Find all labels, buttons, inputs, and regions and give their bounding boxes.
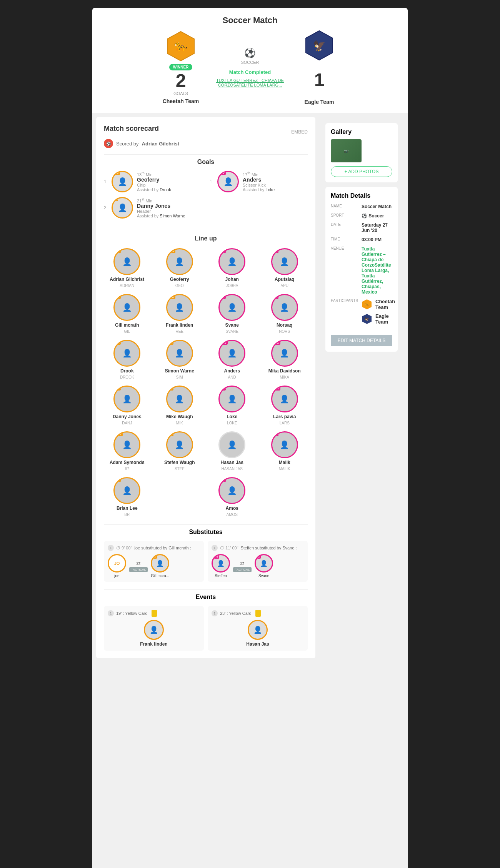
gallery-title: Gallery [331, 129, 392, 135]
participant-eagle: 🦅 Eagle Team [362, 313, 395, 325]
scorer-name: Adrian Gilchrist [142, 141, 180, 147]
scorer-icon: ⚽ [104, 139, 113, 148]
right-panel: Gallery 📷 + ADD PHOTOS Match Details NAM… [319, 117, 404, 658]
eagle-team-name: Eagle Team [305, 99, 334, 105]
player-loke: 23👤 Loke LOKE [209, 386, 255, 425]
scored-by: ⚽ Scored by Adrian Gilchrist [104, 139, 308, 148]
match-status: Match Completed [229, 69, 271, 75]
svg-text:🦅: 🦅 [313, 40, 326, 52]
events-section: Events 1 19' : Yellow Card 👤 [104, 594, 308, 651]
events-columns: 1 19' : Yellow Card 👤 Frank linden [104, 606, 308, 651]
scorecard-header: Match scorecard EMBED [104, 125, 308, 139]
sub-item-2: 1 ⏱ 11' 00" Steffen substituted by Svane… [208, 541, 308, 582]
lineup-title: Line up [104, 235, 308, 242]
cheetah-team-block: 🐆 WINNER 2 GOALS Cheetah Team [154, 31, 208, 104]
svg-text:🦅: 🦅 [365, 317, 370, 322]
player-danny: 35👤 Danny Jones DANJ [104, 386, 150, 425]
player-norsaq: 24👤 Norsaq NORS [262, 294, 308, 334]
player-brian: 56👤 Brian Lee BR [104, 477, 150, 517]
player-amos: 43👤 Amos AMOS [209, 477, 255, 517]
player-stefen: 63👤 Stefen Waugh STEF [157, 431, 203, 471]
player-mike: 13👤 Mike Waugh MIK [157, 386, 203, 425]
gallery-section: Gallery 📷 + ADD PHOTOS [325, 123, 398, 182]
player-mika: 232👤 Mika Davidson MIKA [262, 340, 308, 379]
lineup-grid: 48👤 Adrian Gilchrist ADRIAN 236👤 Geoferr… [104, 248, 308, 517]
match-details-section: Match Details NAME Soccer Match SPORT ⚽ … [325, 187, 398, 352]
cheetah-score: 2 [176, 70, 186, 91]
cheetah-hex: 🐆 [165, 31, 196, 62]
scorecard-title: Match scorecard [104, 125, 159, 133]
edit-match-button[interactable]: EDIT MATCH DETAILS [331, 335, 392, 346]
embed-button[interactable]: EMBED [291, 129, 308, 135]
soccer-ball-icon: ⚽ [244, 48, 256, 58]
hasan-event-avatar: 👤 [248, 620, 268, 640]
player-hasan: 👤 Hasan Jas HASAN JAS [209, 431, 255, 471]
svg-text:🐆: 🐆 [365, 302, 370, 307]
teams-row: 🐆 WINNER 2 GOALS Cheetah Team ⚽ Soccer M… [100, 30, 400, 105]
goal-item: 1 236 👤 13th Min Geoferry Chip Assisted … [104, 171, 202, 192]
sub-columns: 1 ⏱ 9' 00" joe substituted by Gill mcrat… [104, 541, 308, 582]
participant-cheetah: 🐆 Cheetah Team [362, 299, 395, 310]
yellow-card-icon [152, 610, 157, 617]
detail-date: DATE Saturday 27 Jun '20 [331, 222, 392, 233]
svg-text:🐆: 🐆 [174, 39, 188, 52]
detail-sport: SPORT ⚽ Soccer [331, 213, 392, 219]
sub-item-1: 1 ⏱ 9' 00" joe substituted by Gill mcrat… [104, 541, 204, 582]
player-adrian: 48👤 Adrian Gilchrist ADRIAN [104, 248, 150, 288]
eagle-score: 1 [314, 69, 325, 90]
yellow-card-icon-2 [255, 610, 261, 617]
player-drook: 38👤 Drook DROOK [104, 340, 150, 379]
main-content: Match scorecard EMBED ⚽ Scored by Adrian… [92, 113, 408, 662]
events-title: Events [104, 594, 308, 601]
player-empty-1 [157, 477, 203, 517]
match-title: Soccer Match [100, 15, 400, 25]
match-venue[interactable]: TUXTLA GUTIERREZ - CHIAPA DE CORZOSATÉLI… [215, 78, 285, 87]
detail-time: TIME 03:00 PM [331, 237, 392, 242]
detail-name: NAME Soccer Match [331, 204, 392, 209]
vs-block: ⚽ Soccer Match Completed TUXTLA GUTIERRE… [215, 48, 285, 87]
detail-venue: VENUE Tuxtla Gutierrez – Chiapa de Corzo… [331, 246, 392, 295]
player-malik: 32👤 Malik MALIK [262, 431, 308, 471]
venue-link[interactable]: Tuxtla Gutierrez – Chiapa de CorzoSatéli… [362, 246, 391, 295]
goal-avatar-danny: 35 👤 [112, 197, 133, 219]
player-lars: 234👤 Lars pavia LARS [262, 386, 308, 425]
goals-columns: 1 236 👤 13th Min Geoferry Chip Assisted … [104, 171, 308, 223]
winner-badge: WINNER [169, 64, 193, 70]
substitutes-title: Substitutes [104, 529, 308, 536]
lineup-section: Line up 48👤 Adrian Gilchrist ADRIAN 236👤… [104, 235, 308, 517]
detail-participants: PARTICIPANTS 🐆 Cheetah Team [331, 299, 392, 328]
match-details-title: Match Details [331, 192, 392, 199]
player-empty-2 [262, 477, 308, 517]
eagle-hex: 🦅 [304, 30, 335, 61]
sub-player-joe: JO joe [108, 554, 126, 578]
sub-player-gill: 23 👤 Gill mcra... [151, 554, 169, 578]
match-header: Soccer Match 🐆 WINNER 2 GOALS Cheetah Te… [92, 8, 408, 113]
eagle-team-block: 🦅 1 Eagle Team [292, 30, 346, 105]
player-svane: 42👤 Svane SVANE [209, 294, 255, 334]
add-photos-button[interactable]: + ADD PHOTOS [331, 166, 392, 177]
sub-player-svane-in: 42 👤 Svane [255, 554, 273, 578]
left-panel: Match scorecard EMBED ⚽ Scored by Adrian… [96, 117, 315, 658]
goal-avatar-anders: 245 👤 [217, 171, 239, 192]
player-frank: 222👤 Frank linden REE [157, 294, 203, 334]
player-aputsiaq: 67👤 Aputsiaq APU [262, 248, 308, 288]
event-item-2: 1 23' : Yellow Card 👤 Hasan Jas [208, 606, 308, 651]
event-item-1: 1 19' : Yellow Card 👤 Frank linden [104, 606, 204, 651]
eagle-goals-col: 1 245 👤 17th Min Anders Scissor Kick Ass… [210, 171, 308, 223]
player-johan: 34👤 Johan JO9HA [209, 248, 255, 288]
cheetah-goals-col: 1 236 👤 13th Min Geoferry Chip Assisted … [104, 171, 202, 223]
player-anders: 245👤 Anders AND [209, 340, 255, 379]
sub-player-steffen: 349 👤 Steffen [212, 554, 230, 578]
substitutes-section: Substitutes 1 ⏱ 9' 00" joe substituted b… [104, 529, 308, 582]
player-simon: 34👤 Simon Warne SIM [157, 340, 203, 379]
gallery-image: 📷 [331, 139, 362, 162]
goals-title: Goals [104, 159, 308, 165]
goal-item-2: 2 35 👤 21st Min Danny Jones Header Assis… [104, 197, 202, 219]
player-adam: 221👤 Adam Symonds 67 [104, 431, 150, 471]
goal-item-anders: 1 245 👤 17th Min Anders Scissor Kick Ass… [210, 171, 308, 192]
sport-label: Soccer [241, 60, 259, 65]
goal-avatar-geoferry: 236 👤 [112, 171, 133, 192]
cheetah-team-name: Cheetah Team [163, 98, 199, 104]
frank-event-avatar: 👤 [144, 620, 164, 640]
goals-section: Goals 1 236 👤 13th Min Geoferry [104, 159, 308, 223]
